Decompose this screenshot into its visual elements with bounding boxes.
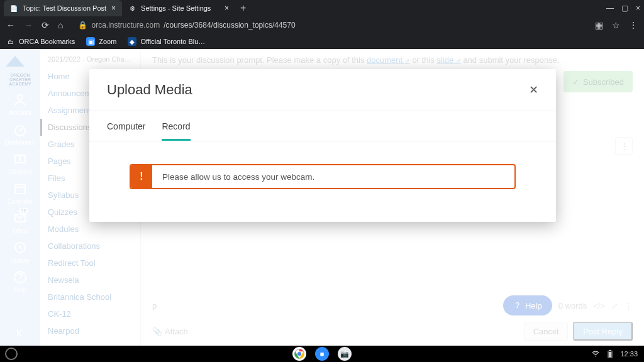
shelf-apps: ■ 📷 bbox=[292, 347, 352, 361]
webcam-alert: ! Please allow us to access your webcam. bbox=[130, 164, 516, 189]
extension-icon[interactable]: ▦ bbox=[595, 20, 603, 30]
browser-tab-active[interactable]: 📄 Topic: Test Discussion Post × bbox=[4, 0, 122, 16]
bookmark-folder[interactable]: 🗀 ORCA Bookmarks bbox=[6, 37, 75, 46]
bookmark-label: Zoom bbox=[99, 38, 116, 45]
chromeos-shelf: ■ 📷 12:33 bbox=[0, 346, 644, 362]
modal-title: Upload Media bbox=[107, 82, 192, 98]
bookmark-label: ORCA Bookmarks bbox=[19, 38, 75, 45]
nav-forward-icon[interactable]: → bbox=[24, 20, 33, 30]
url-path: /courses/3684/discussion_topics/44570 bbox=[164, 21, 295, 30]
bluejays-icon: ◆ bbox=[128, 37, 136, 46]
alert-text: Please allow us to access your webcam. bbox=[152, 165, 514, 188]
folder-icon: 🗀 bbox=[6, 37, 15, 46]
url-host: orca.instructure.com bbox=[91, 21, 160, 30]
upload-media-modal: Upload Media ✕ Computer Record ! Please … bbox=[89, 69, 556, 222]
tab-close-icon[interactable]: × bbox=[225, 4, 229, 13]
window-close-icon[interactable]: × bbox=[636, 4, 640, 13]
zoom-icon: ▣ bbox=[86, 37, 95, 46]
modal-header: Upload Media ✕ bbox=[89, 69, 556, 111]
svg-point-9 bbox=[596, 356, 597, 357]
svg-rect-12 bbox=[609, 352, 612, 358]
bookmarks-bar: 🗀 ORCA Bookmarks ▣ Zoom ◆ Official Toron… bbox=[0, 34, 644, 49]
star-icon[interactable]: ☆ bbox=[612, 20, 620, 30]
chrome-app-icon[interactable] bbox=[292, 347, 306, 361]
system-tray[interactable]: 12:33 bbox=[591, 349, 644, 358]
modal-close-button[interactable]: ✕ bbox=[529, 83, 538, 97]
tab-favicon-icon: 📄 bbox=[10, 4, 18, 12]
svg-rect-11 bbox=[609, 350, 611, 351]
window-controls: — ▢ × bbox=[606, 0, 640, 16]
window-minimize-icon[interactable]: — bbox=[606, 4, 614, 13]
bookmark-zoom[interactable]: ▣ Zoom bbox=[86, 37, 116, 46]
window-maximize-icon[interactable]: ▢ bbox=[621, 4, 628, 13]
browser-chrome: 📄 Topic: Test Discussion Post × ⚙ Settin… bbox=[0, 0, 644, 49]
tab-strip: 📄 Topic: Test Discussion Post × ⚙ Settin… bbox=[0, 0, 644, 16]
nav-reload-icon[interactable]: ⟳ bbox=[42, 20, 49, 30]
tab-computer[interactable]: Computer bbox=[107, 121, 145, 141]
bookmark-jays[interactable]: ◆ Official Toronto Blu… bbox=[128, 37, 205, 46]
lock-icon: 🔒 bbox=[78, 21, 87, 30]
nav-bar: ← → ⟳ ⌂ 🔒 orca.instructure.com/courses/3… bbox=[0, 16, 644, 34]
modal-tabs: Computer Record bbox=[89, 111, 556, 141]
tab-title: Settings - Site Settings bbox=[141, 4, 219, 12]
nav-back-icon[interactable]: ← bbox=[6, 20, 15, 30]
bookmark-label: Official Toronto Blu… bbox=[140, 38, 205, 45]
camera-app-icon[interactable]: 📷 bbox=[338, 347, 352, 361]
tab-favicon-gear-icon: ⚙ bbox=[128, 4, 136, 12]
tab-close-icon[interactable]: × bbox=[111, 4, 116, 13]
url-bar[interactable]: 🔒 orca.instructure.com/courses/3684/disc… bbox=[72, 18, 586, 33]
wifi-icon bbox=[591, 349, 600, 358]
new-tab-button[interactable]: + bbox=[235, 3, 251, 14]
nav-home-icon[interactable]: ⌂ bbox=[58, 20, 63, 30]
zoom-app-icon[interactable]: ■ bbox=[315, 347, 329, 361]
clock: 12:33 bbox=[620, 350, 638, 358]
alert-icon: ! bbox=[131, 165, 152, 188]
svg-point-8 bbox=[297, 352, 301, 356]
kebab-icon[interactable]: ⋮ bbox=[629, 20, 638, 30]
tab-title: Topic: Test Discussion Post bbox=[23, 4, 106, 12]
battery-icon bbox=[606, 349, 614, 358]
launcher-button[interactable] bbox=[5, 348, 18, 360]
browser-tab[interactable]: ⚙ Settings - Site Settings × bbox=[122, 0, 235, 16]
tab-record[interactable]: Record bbox=[162, 121, 190, 141]
